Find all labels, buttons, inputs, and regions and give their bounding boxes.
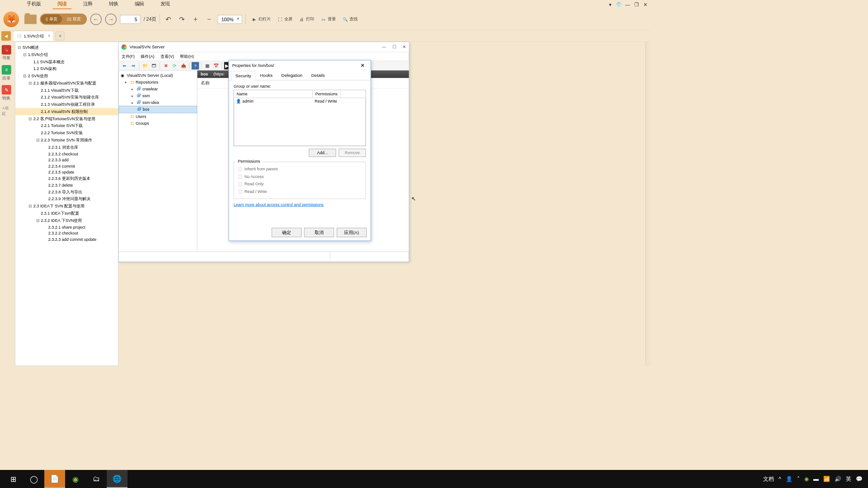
outline-item[interactable]: ⊟ SVN概述: [15, 44, 118, 52]
sidebar-目录[interactable]: ≡目录: [2, 65, 11, 81]
taskbar-app-pdf[interactable]: 📄: [44, 470, 65, 488]
taskbar-app-explorer[interactable]: 🗂: [86, 470, 107, 488]
dropdown-icon[interactable]: ▾: [607, 1, 613, 8]
nav-fwd-icon[interactable]: ➡: [130, 62, 137, 70]
delete-icon[interactable]: ✖: [162, 62, 170, 70]
tray-volume-icon[interactable]: 🔊: [835, 476, 841, 482]
outline-item[interactable]: 2.3.2.1 share project: [15, 224, 118, 230]
maximize-icon[interactable]: ❐: [633, 1, 640, 8]
outline-item[interactable]: 2.2.1 Tortoise SVN下载: [15, 122, 118, 130]
repos-node[interactable]: ▾🗀Repositories: [119, 79, 197, 85]
close-icon[interactable]: ✕: [642, 1, 649, 8]
tab-read[interactable]: 阅读: [52, 0, 71, 9]
tool-全屏[interactable]: ⛶全屏: [275, 15, 295, 24]
outline-item[interactable]: 2.3.2.2 checkout: [15, 230, 118, 236]
outline-item[interactable]: 2.2.3.6 更新到历史版本: [15, 175, 118, 183]
view-icon[interactable]: 🗔: [150, 62, 158, 70]
outline-item[interactable]: 2.1.1 VisualSVN下载: [15, 87, 118, 94]
perm-option[interactable]: Read Only: [238, 180, 362, 188]
tray-people-icon[interactable]: 👤: [786, 476, 793, 482]
tray-ime[interactable]: 英: [846, 475, 851, 483]
learn-more-link[interactable]: Learn more about access control and perm…: [234, 202, 324, 207]
outline-item[interactable]: 2.3.1 IDEA下svn配置: [15, 210, 118, 217]
minimize-icon[interactable]: —: [625, 1, 631, 8]
tray-notification-icon[interactable]: 💬: [856, 476, 863, 482]
props-tab-security[interactable]: Security: [231, 71, 256, 80]
repo-node-ssm[interactable]: ▸🗊ssm: [119, 92, 197, 99]
tray-sync-icon[interactable]: ◉: [804, 476, 809, 482]
undo-button[interactable]: ↶: [164, 14, 174, 24]
add-tab-button[interactable]: ＋: [56, 31, 65, 40]
tab-edit[interactable]: 编辑: [130, 0, 149, 9]
tray-battery-icon[interactable]: ▬: [813, 476, 819, 482]
export-icon[interactable]: 📤: [180, 62, 188, 70]
back-button[interactable]: ◀: [1, 31, 11, 41]
props-tab-hooks[interactable]: Hooks: [255, 70, 277, 80]
outline-item[interactable]: 2.3.2.3 add commit update: [15, 236, 118, 243]
dialog-close-icon[interactable]: ✕: [358, 62, 367, 70]
sidebar-书签[interactable]: 🔖书签: [2, 45, 11, 61]
open-file-icon[interactable]: [24, 14, 37, 24]
col-name[interactable]: Name: [234, 90, 313, 98]
perm-option[interactable]: Read / Write: [238, 188, 362, 196]
help-icon[interactable]: ?: [192, 62, 199, 70]
outline-item[interactable]: 1.2 SVN架构: [15, 66, 118, 73]
user-row[interactable]: 👤admin Read / Write: [234, 98, 366, 105]
redo-button[interactable]: ↷: [177, 14, 188, 24]
cancel-button[interactable]: 取消: [304, 228, 334, 237]
zoom-out-button[interactable]: －: [204, 14, 215, 24]
tool-幻灯片[interactable]: ▶幻灯片: [249, 15, 273, 24]
tab-mobile[interactable]: 手机版: [22, 0, 46, 9]
outline-item[interactable]: ⊟ 1.SVN介绍: [15, 51, 118, 58]
outline-item[interactable]: 2.1.2 VisualSVN安装与创建仓库: [15, 94, 118, 101]
svn-root-node[interactable]: ◉VisualSVN Server (Local): [119, 72, 197, 79]
svn-menu-item[interactable]: 文件(F): [122, 54, 135, 60]
apply-button[interactable]: 应用(A): [337, 228, 367, 237]
sidebar-转换[interactable]: ✎转换: [2, 85, 11, 101]
tab-discover[interactable]: 发现: [156, 0, 175, 9]
single-page-button[interactable]: ▯ 单页: [41, 14, 62, 23]
tool-打印[interactable]: 🖨打印: [297, 15, 316, 24]
tool1-icon[interactable]: ▦: [203, 62, 211, 70]
outline-item[interactable]: 2.2.3.8 导入与导出: [15, 188, 118, 196]
tool-查找[interactable]: 🔍查找: [340, 15, 360, 24]
svn-menu-item[interactable]: 帮助(H): [180, 54, 194, 60]
outline-item[interactable]: ⊟ 2.3.2 IDEA 下SVN使用: [15, 217, 118, 224]
taskbar-app-browser[interactable]: ◉: [65, 470, 86, 488]
outline-item[interactable]: 2.2.3.7 delete: [15, 183, 118, 189]
svn-menu-item[interactable]: 查看(V): [160, 54, 174, 60]
win-maximize-icon[interactable]: ☐: [392, 44, 396, 49]
outline-item[interactable]: 2.2.3.2 checkout: [15, 151, 118, 157]
document-tab[interactable]: 📄 1.SVN介绍 ×: [13, 31, 54, 41]
taskbar-app-chrome[interactable]: 🌐: [107, 470, 127, 488]
tool-背景[interactable]: ▭背景: [318, 15, 338, 24]
svn-menu-item[interactable]: 操作(A): [141, 54, 154, 60]
outline-item[interactable]: 1.1 SVN基本概念: [15, 58, 118, 66]
outline-item[interactable]: ⊟ 2.3 IDEA下 SVN 配置与使用: [15, 203, 118, 210]
outline-item[interactable]: 2.1.4 VisualSVN 权限控制: [15, 108, 118, 115]
groups-node[interactable]: 🗀Groups: [119, 120, 197, 127]
win-close-icon[interactable]: ✕: [402, 44, 406, 49]
add-button[interactable]: Add...: [309, 149, 336, 157]
sidebar-collapse[interactable]: ∧收起: [2, 105, 11, 117]
repo-node-bos[interactable]: 🗊bos: [119, 106, 197, 113]
shirt-icon[interactable]: 👕: [616, 1, 622, 8]
props-tab-details[interactable]: Details: [307, 70, 329, 80]
outline-item[interactable]: 2.2.3.1 浏览仓库: [15, 144, 118, 151]
zoom-in-button[interactable]: ＋: [191, 14, 201, 24]
outline-item[interactable]: 2.2.3.4 commit: [15, 163, 118, 169]
tab-convert[interactable]: 转换: [104, 0, 123, 9]
page-layout-toggle[interactable]: ▯ 单页 ▯▯ 双页: [40, 14, 87, 25]
perm-option[interactable]: Inherit from parent: [238, 165, 362, 173]
repo-node-crawlear[interactable]: ▸🗊crawlear: [119, 85, 197, 92]
outline-item[interactable]: ⊟ 2.1 服务器端VisualSVN安装与配置: [15, 80, 118, 87]
user-list[interactable]: Name Permissions 👤admin Read / Write: [234, 90, 366, 146]
double-page-button[interactable]: ▯▯ 双页: [62, 14, 86, 23]
tray-wifi-icon[interactable]: 📶: [823, 476, 830, 482]
outline-item[interactable]: ⊟ 2.2.3 Tortoise SVN 常用操作: [15, 136, 118, 144]
next-page-button[interactable]: →: [105, 14, 117, 25]
zoom-select[interactable]: 100%: [218, 15, 242, 24]
tray-chevron-icon[interactable]: ˄: [797, 476, 800, 482]
cortana-icon[interactable]: ◯: [24, 470, 44, 488]
outline-item[interactable]: 2.2.3.9 冲突问题与解决: [15, 196, 118, 203]
